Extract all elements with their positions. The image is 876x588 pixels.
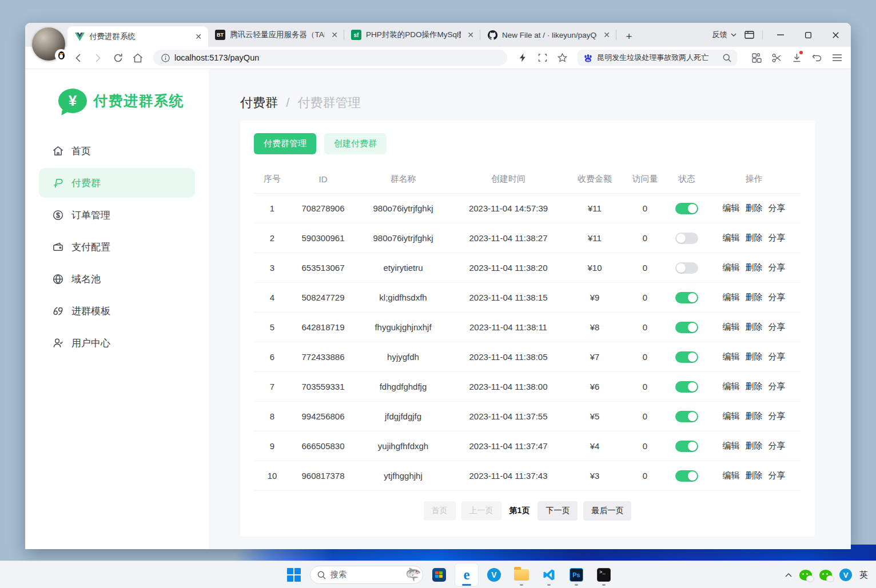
status-toggle[interactable]	[675, 470, 698, 482]
info-icon[interactable]	[161, 54, 170, 62]
action-编辑[interactable]: 编辑	[723, 292, 740, 302]
action-删除[interactable]: 删除	[746, 441, 763, 450]
status-toggle[interactable]	[675, 203, 698, 214]
sidebar-item-付费群[interactable]: 付费群	[39, 168, 195, 198]
download-icon[interactable]	[789, 49, 805, 66]
action-分享[interactable]: 分享	[769, 322, 786, 331]
action-编辑[interactable]: 编辑	[723, 233, 740, 242]
action-分享[interactable]: 分享	[769, 411, 786, 421]
status-toggle[interactable]	[675, 411, 698, 422]
terminal-icon[interactable]: >_	[592, 563, 615, 586]
action-分享[interactable]: 分享	[769, 262, 786, 272]
vscode-icon[interactable]	[537, 563, 560, 586]
action-编辑[interactable]: 编辑	[723, 381, 740, 391]
home-icon[interactable]	[130, 49, 146, 66]
action-删除[interactable]: 删除	[746, 351, 763, 361]
action-分享[interactable]: 分享	[769, 441, 786, 450]
action-编辑[interactable]: 编辑	[723, 203, 740, 213]
sidebar-item-进群模板[interactable]: 进群模板	[39, 296, 195, 326]
action-编辑[interactable]: 编辑	[723, 262, 740, 272]
undo-icon[interactable]	[809, 49, 825, 66]
action-编辑[interactable]: 编辑	[723, 411, 740, 421]
browser-tab[interactable]: BT腾讯云轻量应用服务器（TANKIN✕	[208, 23, 344, 47]
action-删除[interactable]: 删除	[746, 292, 763, 302]
taskbar-search[interactable]: 搜索 🦈	[310, 566, 423, 584]
close-icon[interactable]: ✕	[602, 30, 612, 40]
status-toggle[interactable]	[675, 233, 698, 244]
search-icon[interactable]	[723, 54, 731, 62]
action-删除[interactable]: 删除	[746, 470, 763, 480]
ms-store-icon[interactable]	[428, 563, 451, 586]
shark-widget-icon[interactable]: 🦈	[406, 569, 421, 581]
page-button-首页[interactable]: 首页	[424, 501, 456, 521]
action-编辑[interactable]: 编辑	[723, 441, 740, 450]
browser-app-icon[interactable]: e	[455, 563, 478, 586]
action-分享[interactable]: 分享	[769, 470, 786, 480]
close-window-button[interactable]	[826, 26, 845, 43]
v-app-icon[interactable]: V	[483, 563, 505, 586]
status-toggle[interactable]	[675, 351, 698, 363]
action-编辑[interactable]: 编辑	[723, 470, 740, 480]
page-button-最后一页[interactable]: 最后一页	[583, 501, 631, 521]
sidebar-item-首页[interactable]: 首页	[39, 136, 195, 166]
action-删除[interactable]: 删除	[746, 262, 763, 272]
browser-tab[interactable]: New File at / · likeyun/payQun✕	[480, 23, 616, 47]
close-icon[interactable]: ✕	[465, 30, 476, 40]
wechat-icon-2[interactable]	[819, 570, 832, 581]
action-编辑[interactable]: 编辑	[723, 351, 740, 361]
status-toggle[interactable]	[675, 381, 698, 393]
quick-search-box[interactable]: du 昆明发生垃圾处理事故致两人死亡	[578, 50, 737, 66]
tab-付费群管理[interactable]: 付费群管理	[254, 133, 316, 154]
star-icon[interactable]	[554, 49, 571, 66]
refresh-icon[interactable]	[110, 49, 126, 66]
action-删除[interactable]: 删除	[746, 322, 763, 331]
input-language-indicator[interactable]: 英	[859, 570, 868, 581]
tab-创建付费群[interactable]: 创建付费群	[324, 133, 387, 154]
feedback-button[interactable]: 反馈	[712, 30, 736, 40]
tray-v-icon[interactable]: V	[839, 569, 852, 581]
lightning-icon[interactable]	[514, 49, 531, 66]
scissors-icon[interactable]	[769, 49, 785, 66]
action-分享[interactable]: 分享	[769, 203, 786, 213]
breadcrumb-section[interactable]: 付费群	[240, 95, 278, 110]
page-button-下一页[interactable]: 下一页	[537, 501, 578, 521]
action-删除[interactable]: 删除	[746, 203, 763, 213]
action-删除[interactable]: 删除	[746, 233, 763, 242]
action-分享[interactable]: 分享	[769, 292, 786, 302]
status-toggle[interactable]	[675, 441, 698, 452]
avatar[interactable]	[32, 27, 65, 61]
address-bar[interactable]: localhost:5173/payQun	[153, 50, 507, 66]
browser-tab[interactable]: sfPHP封装的PDO操作MySql数据✕	[344, 23, 480, 47]
new-tab-button[interactable]: +	[621, 29, 637, 45]
browser-tab[interactable]: 付费进群系统✕	[67, 26, 208, 47]
action-分享[interactable]: 分享	[769, 381, 786, 391]
sidebar-item-域名池[interactable]: 域名池	[39, 264, 195, 294]
wechat-icon[interactable]	[799, 570, 812, 581]
action-删除[interactable]: 删除	[746, 381, 763, 391]
back-button[interactable]	[70, 49, 86, 66]
close-icon[interactable]: ✕	[329, 30, 340, 40]
file-explorer-icon[interactable]	[510, 563, 533, 586]
forward-button[interactable]	[90, 49, 106, 66]
action-分享[interactable]: 分享	[769, 351, 786, 361]
maximize-button[interactable]	[798, 26, 818, 43]
action-编辑[interactable]: 编辑	[723, 322, 740, 331]
action-分享[interactable]: 分享	[769, 233, 786, 242]
apps-grid-icon[interactable]	[748, 49, 765, 66]
sidebar-item-订单管理[interactable]: 订单管理	[39, 200, 195, 230]
photoshop-icon[interactable]: Ps	[565, 563, 588, 586]
sidebar-item-支付配置[interactable]: 支付配置	[39, 232, 195, 262]
minimize-button[interactable]	[771, 26, 790, 43]
status-toggle[interactable]	[675, 292, 698, 303]
layout-icon[interactable]	[744, 31, 754, 39]
close-icon[interactable]: ✕	[193, 31, 204, 42]
tray-chevron-up-icon[interactable]	[785, 573, 792, 577]
sidebar-item-用户中心[interactable]: 用户中心	[39, 328, 195, 358]
start-button[interactable]	[282, 563, 305, 586]
scan-icon[interactable]	[534, 49, 551, 66]
status-toggle[interactable]	[675, 262, 698, 274]
status-toggle[interactable]	[675, 322, 698, 333]
action-删除[interactable]: 删除	[746, 411, 763, 421]
page-button-上一页[interactable]: 上一页	[461, 501, 501, 521]
menu-icon[interactable]	[829, 49, 845, 66]
